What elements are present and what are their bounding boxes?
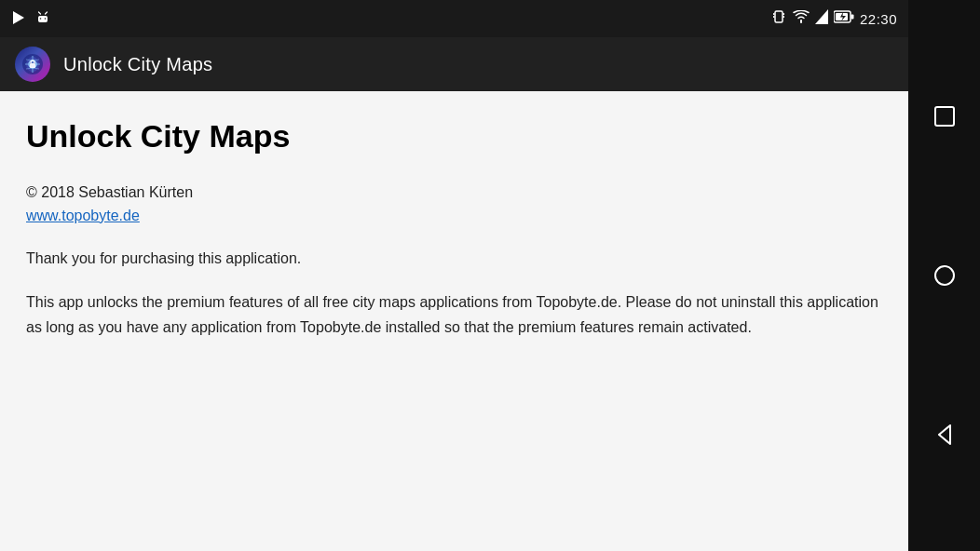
android-nav-bar — [908, 0, 980, 551]
svg-rect-9 — [773, 13, 775, 15]
svg-marker-25 — [939, 425, 950, 444]
page-title: Unlock City Maps — [26, 117, 882, 155]
svg-rect-8 — [775, 11, 783, 22]
svg-marker-14 — [815, 9, 828, 24]
app-icon — [15, 47, 50, 82]
status-bar-left — [11, 10, 50, 28]
recent-apps-button[interactable] — [924, 96, 965, 137]
svg-rect-12 — [783, 16, 784, 18]
svg-line-4 — [39, 12, 41, 14]
home-button[interactable] — [924, 255, 965, 296]
app-bar-title: Unlock City Maps — [63, 54, 212, 75]
description-text: This app unlocks the premium features of… — [26, 290, 882, 340]
svg-point-13 — [800, 20, 802, 22]
svg-rect-11 — [783, 13, 784, 15]
svg-point-24 — [935, 266, 954, 285]
app-toolbar: Unlock City Maps — [0, 37, 908, 91]
svg-rect-22 — [30, 63, 35, 68]
play-store-icon — [11, 10, 26, 28]
svg-point-7 — [45, 18, 47, 20]
svg-rect-17 — [851, 15, 853, 20]
back-button[interactable] — [924, 414, 965, 455]
svg-marker-0 — [13, 11, 24, 24]
svg-line-5 — [46, 12, 48, 14]
website-link[interactable]: www.topobyte.de — [26, 208, 882, 224]
svg-rect-23 — [935, 107, 954, 126]
copyright-text: © 2018 Sebastian Kürten — [26, 181, 882, 204]
android-icon — [35, 10, 50, 28]
vibrate-icon — [770, 9, 787, 28]
wifi-icon — [793, 10, 810, 27]
battery-icon — [834, 10, 854, 27]
svg-point-6 — [40, 18, 42, 20]
content-area: Unlock City Maps © 2018 Sebastian Kürten… — [0, 91, 908, 551]
svg-rect-3 — [38, 16, 48, 22]
svg-rect-10 — [773, 16, 775, 18]
thank-you-text: Thank you for purchasing this applicatio… — [26, 247, 882, 271]
status-time: 22:30 — [860, 11, 897, 27]
signal-icon — [815, 9, 828, 28]
status-bar-right: 22:30 — [770, 9, 897, 28]
status-bar: 22:30 — [0, 0, 908, 37]
